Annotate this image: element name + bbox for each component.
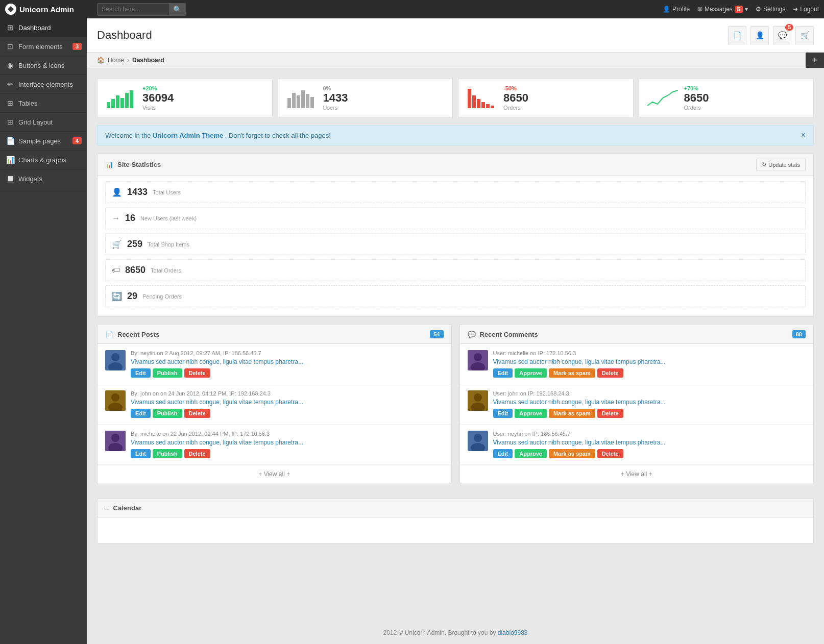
post-3-publish-button[interactable]: Publish (153, 449, 182, 458)
breadcrumb: 🏠 Home › Dashboard + (87, 53, 824, 68)
comment-2-edit-button[interactable]: Edit (493, 409, 513, 418)
search-button[interactable]: 🔍 (169, 4, 186, 15)
comment-3-approve-button[interactable]: Approve (515, 449, 547, 458)
svg-point-22 (111, 393, 119, 402)
stats-item-pending-orders: 🔄 29 Pending Orders (105, 285, 806, 307)
svg-rect-15 (481, 102, 485, 108)
comment-link-2[interactable]: Vivamus sed auctor nibh congue, ligula v… (493, 399, 806, 406)
post-3-delete-button[interactable]: Delete (184, 449, 210, 458)
sidebar-item-widgets[interactable]: 🔲 Widgets (0, 169, 87, 188)
dashboard-icon: ⊞ (6, 23, 14, 32)
settings-link[interactable]: ⚙ Settings (756, 6, 785, 13)
sidebar-item-interface-elements[interactable]: ✏ Interface elements (0, 75, 87, 94)
orders2-chart (647, 88, 678, 108)
profile-link[interactable]: 👤 Profile (663, 6, 690, 13)
orders-icon: 🏷 (112, 266, 120, 275)
breadcrumb-current: Dashboard (132, 57, 164, 64)
shop-icon: 🛒 (112, 239, 122, 249)
stat-card-visits: +20% 36094 Visits (97, 79, 273, 117)
person-icon: 👤 (663, 6, 670, 13)
users-info: 0% 1433 Users (323, 85, 348, 111)
comment-1-spam-button[interactable]: Mark as spam (549, 368, 595, 378)
messages-icon: ✉ (697, 6, 702, 13)
logout-icon: ➜ (793, 6, 798, 13)
comment-1-edit-button[interactable]: Edit (493, 368, 513, 378)
sidebar-item-form-elements[interactable]: ⊡ Form elements 3 (0, 37, 87, 56)
alert-link[interactable]: Unicorn Admin Theme (153, 132, 223, 139)
comment-2-delete-button[interactable]: Delete (597, 409, 623, 418)
comment-3-spam-button[interactable]: Mark as spam (549, 449, 595, 458)
stats-item-total-users: 👤 1433 Total Users (105, 181, 806, 203)
svg-point-28 (474, 353, 482, 361)
svg-rect-17 (491, 106, 494, 108)
comment-2-approve-button[interactable]: Approve (515, 409, 547, 418)
update-stats-button[interactable]: ↻ Update stats (756, 159, 806, 170)
post-avatar-3 (105, 431, 126, 451)
header-user-icon-btn[interactable]: 👤 (750, 26, 769, 44)
app-title: Unicorn Admin (19, 5, 74, 14)
post-1-publish-button[interactable]: Publish (153, 368, 182, 378)
sidebar-item-grid-layout[interactable]: ⊞ Grid Layout (0, 113, 87, 132)
post-2-edit-button[interactable]: Edit (131, 409, 151, 418)
orders1-number: 8650 (503, 91, 528, 105)
post-link-1[interactable]: Vivamus sed auctor nibh congue, ligula v… (131, 358, 444, 365)
sidebar-item-charts-graphs[interactable]: 📊 Charts & graphs (0, 151, 87, 169)
comment-1-delete-button[interactable]: Delete (597, 368, 623, 378)
users-change: 0% (323, 85, 348, 91)
sidebar-item-dashboard[interactable]: ⊞ Dashboard (0, 18, 87, 37)
breadcrumb-add-button[interactable]: + (806, 53, 824, 68)
posts-view-all[interactable]: + View all + (98, 465, 451, 483)
visits-number: 36094 (142, 91, 174, 105)
post-actions-3: Edit Publish Delete (131, 449, 444, 458)
comment-1-approve-button[interactable]: Approve (515, 368, 547, 378)
recent-posts-section: 📄 Recent Posts 54 By: (97, 325, 452, 483)
post-1-edit-button[interactable]: Edit (131, 368, 151, 378)
visits-label: Visits (142, 105, 174, 111)
orders1-chart (467, 88, 497, 108)
comments-view-all[interactable]: + View all + (460, 465, 814, 483)
logout-link[interactable]: ➜ Logout (793, 6, 819, 13)
header-chat-icon-btn[interactable]: 💬 5 (773, 26, 791, 44)
post-link-3[interactable]: Vivamus sed auctor nibh congue, ligula v… (131, 439, 444, 446)
svg-rect-10 (306, 94, 309, 108)
comment-3-delete-button[interactable]: Delete (597, 449, 623, 458)
messages-link[interactable]: ✉ Messages 5 ▾ (697, 6, 748, 13)
comment-2-spam-button[interactable]: Mark as spam (549, 409, 595, 418)
breadcrumb-home[interactable]: Home (108, 57, 124, 64)
search-input[interactable] (98, 4, 169, 15)
comment-link-3[interactable]: Vivamus sed auctor nibh congue, ligula v… (493, 439, 806, 446)
settings-icon: ⚙ (756, 6, 761, 13)
post-3-edit-button[interactable]: Edit (131, 449, 151, 458)
main-content: Dashboard 📄 👤 💬 5 🛒 🏠 Home › Dashboard + (87, 18, 824, 644)
orders1-label: Orders (503, 105, 528, 111)
comment-item-3: User: neytiri on IP: 186.56.45.7 Vivamus… (460, 425, 814, 465)
alert-close-button[interactable]: × (801, 131, 806, 140)
header-doc-icon-btn[interactable]: 📄 (728, 26, 746, 44)
users-count-icon: 👤 (112, 187, 122, 197)
footer-link[interactable]: diablo9983 (498, 629, 528, 636)
page-title: Dashboard (97, 29, 152, 42)
post-1-delete-button[interactable]: Delete (184, 368, 210, 378)
user-icon: 👤 (756, 31, 764, 39)
sidebar-item-tables[interactable]: ⊞ Tables (0, 94, 87, 113)
sidebar-item-buttons-icons[interactable]: ◉ Buttons & icons (0, 56, 87, 75)
calendar-section: ≡ Calendar (97, 499, 814, 543)
post-2-delete-button[interactable]: Delete (184, 409, 210, 418)
post-item-1: By: neytiri on 2 Aug 2012, 09:27 AM, IP:… (98, 344, 451, 384)
search-box[interactable]: 🔍 (97, 3, 186, 16)
stat-card-orders2: +70% 8650 Orders (639, 79, 814, 117)
top-nav-left: Unicorn Admin 🔍 (5, 3, 186, 16)
sidebar-item-sample-pages[interactable]: 📄 Sample pages 4 (0, 132, 87, 151)
post-2-publish-button[interactable]: Publish (153, 409, 182, 418)
svg-rect-0 (107, 102, 110, 108)
post-link-2[interactable]: Vivamus sed auctor nibh congue, ligula v… (131, 399, 444, 406)
new-users-icon: → (112, 214, 120, 223)
svg-rect-14 (477, 99, 480, 108)
comment-3-edit-button[interactable]: Edit (493, 449, 513, 458)
svg-rect-12 (468, 89, 471, 108)
comment-body-2: User: john on IP: 192.168.24.3 Vivamus s… (493, 390, 806, 418)
pending-icon: 🔄 (112, 291, 122, 301)
comment-link-1[interactable]: Vivamus sed auctor nibh congue, ligula v… (493, 358, 806, 365)
chat-icon: 💬 (778, 31, 787, 39)
header-cart-icon-btn[interactable]: 🛒 (795, 26, 814, 44)
